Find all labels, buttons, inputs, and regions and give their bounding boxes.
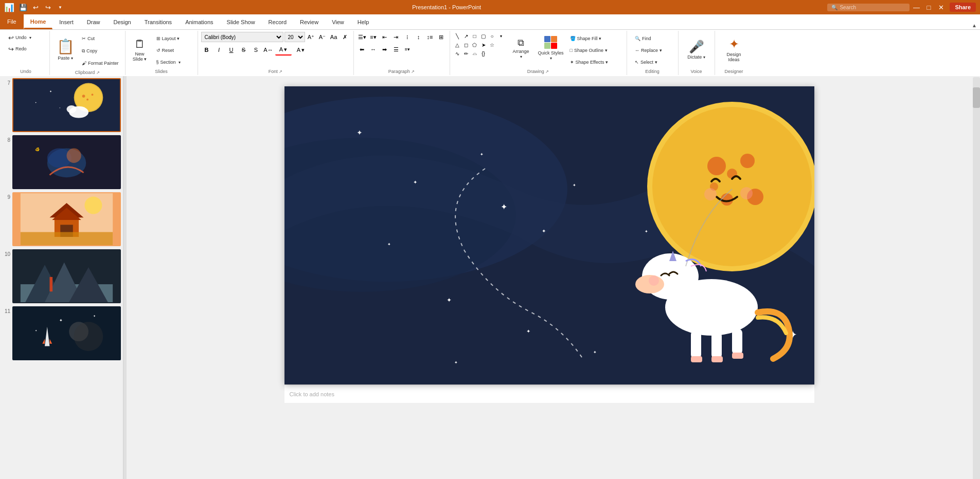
svg-text:✦: ✦ [59,107,61,109]
indent-increase-btn[interactable]: ⇥ [391,32,401,42]
tab-file[interactable]: File [0,14,24,29]
line-spacing-btn[interactable]: ↕≡ [425,32,435,42]
shape-effects-btn[interactable]: ✦ Shape Effects ▾ [567,57,623,68]
quick-styles-btn[interactable]: Quick Styles ▾ [537,33,565,64]
paste-btn[interactable]: 📋 Paste ▾ [53,32,78,67]
text-align-btn[interactable]: ≡▾ [402,44,413,54]
numbering-btn[interactable]: ≡▾ [368,32,379,42]
redo-qat-btn[interactable]: ↪ [42,2,54,13]
redo-btn[interactable]: ↪ Redo [5,43,46,54]
layout-btn[interactable]: ⊞ Layout ▾ [153,33,194,44]
font-size-select[interactable]: 20 [284,32,305,42]
tab-draw[interactable]: Draw [80,15,107,29]
justify-btn[interactable]: ☰ [391,44,401,54]
decrease-font-btn[interactable]: A⁻ [317,32,328,42]
vertical-scrollbar[interactable] [973,77,980,479]
save-qat-btn[interactable]: 💾 [17,2,29,13]
underline-btn[interactable]: U [226,44,237,56]
notes-area[interactable]: Click to add notes [284,384,814,403]
line-tool[interactable]: ╲ [453,32,461,40]
increase-font-btn[interactable]: A⁺ [306,32,316,42]
slide-item-8[interactable]: 8 🐠 [2,135,121,189]
close-btn[interactable]: ✕ [935,2,947,13]
tab-slideshow[interactable]: Slide Show [220,15,262,29]
design-ideas-btn[interactable]: ✦ DesignIdeas [718,32,750,67]
share-button[interactable]: Share [950,3,976,12]
italic-btn[interactable]: I [213,44,225,56]
slide-thumb-10[interactable] [12,249,121,303]
columns-btn[interactable]: ⫶ [402,32,413,42]
align-left-btn[interactable]: ⬅ [357,44,367,54]
rounded-rect-tool[interactable]: ▢ [479,32,488,40]
bullets-btn[interactable]: ☰▾ [357,32,367,42]
notes-placeholder: Click to add notes [290,391,334,397]
search-box[interactable]: 🔍 Search [827,4,910,11]
arrow-shape-tool[interactable]: ➤ [479,41,488,49]
dictate-btn[interactable]: 🎤 Dictate ▾ [682,32,711,67]
format-painter-btn[interactable]: 🖌 Format Painter [79,58,122,69]
shape-fill-btn[interactable]: 🪣 Shape Fill ▾ [567,33,623,44]
undo-qat-btn[interactable]: ↩ [30,2,41,13]
section-btn[interactable]: § Section ▾ [153,57,194,68]
lasso-tool[interactable]: ⌓ [471,49,479,58]
font-color-btn[interactable]: A ▾ [275,44,292,56]
collapse-ribbon-btn[interactable]: ▲ [969,22,980,29]
slide-thumb-9[interactable] [12,192,121,246]
replace-btn[interactable]: ↔ Replace ▾ [632,45,673,56]
text-direction-btn[interactable]: ↕ [414,32,424,42]
more-shapes[interactable]: {} [479,49,488,58]
tab-insert[interactable]: Insert [52,15,80,29]
shapes-expand[interactable]: ▾ [497,32,505,40]
slide-canvas[interactable]: ✦ ✦ ✦ ✦ ✦ ✦ ✦ ✦ ✦ ✦ ✦ ✦ ✦ ✦ ✦ ✦ ✦ [284,86,814,384]
tab-transitions[interactable]: Transitions [138,15,179,29]
bold-btn[interactable]: B [201,44,212,56]
shape-outline-btn[interactable]: □ Shape Outline ▾ [567,45,623,56]
find-btn[interactable]: 🔍 Find [632,33,673,44]
slide-item-11[interactable]: 11 ✦ ✦ ✦ [2,306,121,360]
char-spacing-btn[interactable]: A↔ [263,44,274,56]
cut-btn[interactable]: ✂ Cut [79,33,122,44]
maximize-btn[interactable]: □ [923,2,934,13]
svg-text:🐠: 🐠 [35,147,40,152]
font-name-select[interactable]: Calibri (Body) [201,32,283,42]
select-btn[interactable]: ↖ Select ▾ [632,57,673,68]
align-right-btn[interactable]: ➡ [380,44,390,54]
tab-view[interactable]: View [325,15,351,29]
pentagon-tool[interactable]: ⬠ [471,41,479,49]
align-center-btn[interactable]: ↔ [368,44,379,54]
arrow-tool[interactable]: ↗ [462,32,470,40]
tab-animations[interactable]: Animations [179,15,220,29]
tab-home[interactable]: Home [24,15,53,29]
freeform-tool[interactable]: ✏ [462,49,470,58]
undo-btn[interactable]: ↩ Undo ▾ [5,32,46,43]
qat-dropdown[interactable]: ▼ [55,2,66,13]
tab-review[interactable]: Review [293,15,325,29]
slide-thumb-8[interactable]: 🐠 [12,135,121,189]
slide-thumb-11[interactable]: ✦ ✦ ✦ [12,306,121,360]
clear-format-btn[interactable]: ✗ [340,32,350,42]
indent-decrease-btn[interactable]: ⇤ [380,32,390,42]
slide-item-9[interactable]: 9 [2,192,121,246]
curve-tool[interactable]: ∿ [453,49,461,58]
new-slide-btn[interactable]: 🗒 New Slide ▾ [129,32,151,67]
triangle-tool[interactable]: △ [453,41,461,49]
smart-art-btn[interactable]: ⊞ [436,32,447,42]
rect-tool[interactable]: □ [471,32,479,40]
callout-tool[interactable]: ◻ [462,41,470,49]
oval-tool[interactable]: ○ [488,32,496,40]
star-tool[interactable]: ☆ [488,41,496,49]
shadow-btn[interactable]: S [251,44,262,56]
copy-btn[interactable]: ⧉ Copy [79,45,122,57]
slide-thumb-7[interactable]: ✦ ✦ ✦ [12,78,121,132]
tab-record[interactable]: Record [262,15,293,29]
arrange-btn[interactable]: ⧉ Arrange ▾ [507,33,535,64]
text-highlight-btn[interactable]: A ▾ [293,44,309,56]
slide-item-10[interactable]: 10 [2,249,121,303]
tab-help[interactable]: Help [351,15,376,29]
strikethrough-btn[interactable]: S [238,44,250,56]
slide-item-7[interactable]: 7 ✦ ✦ ✦ [2,78,121,132]
tab-design[interactable]: Design [106,15,137,29]
minimize-btn[interactable]: — [911,2,922,13]
change-case-btn[interactable]: Aa [329,32,339,42]
reset-btn[interactable]: ↺ Reset [153,45,194,56]
